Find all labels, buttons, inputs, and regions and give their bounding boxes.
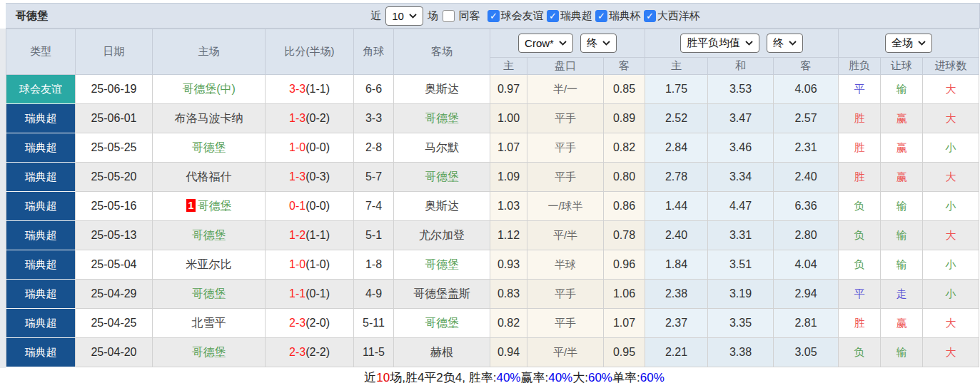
avg-away-cell: 2.57 [774, 104, 839, 133]
filter-checkbox[interactable] [547, 10, 559, 22]
avg-time-select-value: 终 [773, 36, 784, 50]
filter-checkbox[interactable] [644, 10, 656, 22]
away-team-name[interactable]: 哥德堡 [425, 317, 459, 329]
corner-cell: 11-5 [354, 338, 394, 367]
score-cell: 1-3(0-3) [266, 163, 354, 192]
odds-time-select[interactable]: 终 [580, 34, 617, 53]
chevron-down-icon [602, 41, 610, 46]
date-cell: 25-04-25 [76, 309, 153, 338]
away-team-name[interactable]: 哥德堡 [425, 170, 459, 183]
result-outcome-cell: 负 [839, 221, 881, 250]
league-type-cell: 瑞典超 [6, 133, 76, 163]
home-team-name[interactable]: 米亚尔比 [186, 258, 232, 270]
full-time-score: 2-3 [289, 346, 305, 358]
away-team-cell: 尤尔加登 [394, 221, 490, 250]
summary-segment: 近 [364, 369, 376, 386]
result-outcome-cell: 胜 [839, 163, 881, 192]
match-row: 瑞典超25-04-29哥德堡1-1(0-1)4-9哥德堡盖斯0.83平手1.06… [6, 280, 979, 309]
result-outcome-cell: 负 [839, 338, 881, 367]
chevron-down-icon [559, 41, 567, 46]
same-away-checkbox[interactable] [443, 10, 455, 22]
home-team-name[interactable]: 代格福什 [186, 170, 232, 183]
near-label: 近 [370, 9, 381, 23]
home-team-name[interactable]: 哥德堡(中) [182, 83, 236, 95]
away-team-name[interactable]: 尤尔加登 [419, 229, 465, 241]
half-time-score: (1-1) [305, 83, 330, 95]
result-text: 赢 [896, 317, 907, 329]
avg-type-select[interactable]: 胜平负均值 [680, 34, 759, 53]
home-team-cell: 哥德堡 [153, 280, 266, 309]
sub-header-outcome: 胜负 [839, 58, 881, 75]
recent-count-select[interactable]: 10 [385, 6, 423, 26]
result-text: 胜 [854, 317, 865, 329]
filter-item: 球会友谊 [488, 9, 544, 23]
away-team-name[interactable]: 马尔默 [425, 141, 459, 153]
avg-time-select[interactable]: 终 [767, 34, 803, 53]
odds-handicap-cell: 平手 [527, 133, 604, 163]
filter-controls: 近 10 场 同客 球会友谊瑞典超瑞典杯大西洋杯 [285, 6, 700, 26]
avg-draw-cell: 3.47 [708, 104, 774, 133]
away-team-name[interactable]: 赫根 [430, 346, 453, 358]
half-time-score: (1-0) [305, 258, 330, 270]
away-team-name[interactable]: 奥斯达 [425, 200, 459, 212]
result-goals-cell: 大 [923, 338, 979, 367]
away-team-name[interactable]: 哥德堡 [425, 258, 459, 270]
half-time-score: (1-1) [305, 229, 330, 241]
odds-away-cell: 0.96 [604, 250, 645, 280]
filter-checkbox[interactable] [595, 10, 607, 22]
filter-item: 大西洋杯 [644, 9, 700, 23]
bookmaker-select[interactable]: Crow* [518, 34, 573, 53]
odds-home-cell: 0.93 [490, 250, 527, 280]
home-team-name[interactable]: 哥德堡 [192, 229, 226, 241]
scope-select[interactable]: 全场 [885, 34, 932, 53]
league-type-cell: 瑞典超 [6, 280, 76, 309]
result-text: 平 [854, 287, 865, 300]
filter-checkbox[interactable] [488, 10, 500, 22]
home-team-name[interactable]: 北雪平 [192, 317, 226, 329]
filter-label: 球会友谊 [501, 9, 544, 23]
odds-home-cell: 1.12 [490, 221, 527, 250]
result-text: 赢 [896, 112, 907, 124]
away-team-name[interactable]: 哥德堡盖斯 [413, 287, 470, 300]
half-time-score: (0-3) [305, 170, 330, 183]
home-team-name[interactable]: 布洛马波卡纳 [175, 112, 243, 124]
date-cell: 25-05-16 [76, 192, 153, 221]
match-row: 瑞典超25-05-20代格福什1-3(0-3)5-7哥德堡1.09平手0.802… [6, 163, 979, 192]
odds-away-cell: 0.86 [604, 192, 645, 221]
summary-segment: 40% [548, 371, 572, 385]
home-team-name[interactable]: 哥德堡 [192, 287, 226, 300]
odds-home-cell: 1.00 [490, 104, 527, 133]
away-team-name[interactable]: 哥德堡 [425, 112, 459, 124]
avg-home-cell: 2.37 [645, 309, 708, 338]
result-text: 输 [896, 346, 907, 358]
half-time-score: (2-0) [305, 317, 330, 329]
result-outcome-cell: 胜 [839, 104, 881, 133]
result-text: 负 [854, 346, 865, 358]
home-team-name[interactable]: 哥德堡 [192, 141, 226, 153]
odds-handicap-cell: 平/半 [527, 221, 604, 250]
score-cell: 1-0(1-0) [266, 250, 354, 280]
odds-away-cell: 0.78 [604, 221, 645, 250]
odds-handicap-cell: 半/一 [527, 75, 604, 104]
result-outcome-cell: 胜 [839, 133, 881, 163]
away-team-cell: 哥德堡盖斯 [394, 280, 490, 309]
filter-label: 瑞典杯 [609, 9, 641, 23]
home-team-name[interactable]: 哥德堡 [192, 346, 226, 358]
avg-home-cell: 2.84 [645, 133, 708, 163]
odds-away-cell: 0.80 [604, 163, 645, 192]
result-text: 大 [946, 229, 956, 241]
result-goals-cell: 大 [923, 309, 979, 338]
home-team-name[interactable]: 哥德堡 [197, 200, 231, 212]
scope-select-value: 全场 [891, 36, 913, 50]
odds-handicap-cell: 平手 [527, 104, 604, 133]
away-team-cell: 赫根 [394, 338, 490, 367]
summary-segment: 40% [496, 371, 520, 385]
away-team-cell: 哥德堡 [394, 163, 490, 192]
away-team-name[interactable]: 奥斯达 [425, 83, 459, 95]
half-time-score: (0-0) [305, 200, 330, 212]
half-time-score: (2-2) [305, 346, 330, 358]
full-time-score: 1-0 [289, 141, 305, 153]
avg-draw-cell: 4.47 [708, 192, 774, 221]
match-row: 瑞典超25-06-01布洛马波卡纳1-3(0-2)3-3哥德堡1.00平手0.8… [6, 104, 979, 133]
avg-draw-cell: 3.53 [708, 75, 774, 104]
